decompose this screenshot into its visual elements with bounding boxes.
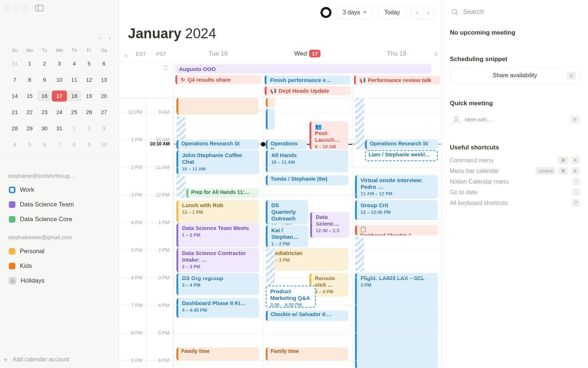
calendar-row[interactable]: Work [7,183,112,197]
allday-toggle-icon[interactable]: ± [434,50,438,58]
calendar-row[interactable]: ◎Holidays [7,273,112,288]
mini-day[interactable]: 3 [97,123,111,134]
shortcut-row[interactable]: Menu bar calendarcontrol⌘K [450,167,580,175]
mini-day[interactable]: 4 [67,58,82,69]
calendar-event[interactable]: Family time [266,347,348,361]
mini-calendar-next[interactable]: ˅ [108,37,111,44]
allday-event[interactable]: Finish performance e… [265,75,351,85]
mini-day[interactable]: 13 [97,74,111,85]
meet-with-input[interactable]: Meet with… F [450,112,580,128]
mini-day[interactable]: 9 [82,139,96,150]
calendar-event[interactable]: Flight: LA603 LAX→SCL3 PM [355,273,438,368]
share-availability-button[interactable]: Share availability S [450,67,580,84]
mini-day[interactable]: 3 [52,58,67,69]
mini-day[interactable]: 8 [67,139,82,150]
day-column-0[interactable]: Operations Research StJohn:Stephanie Cof… [173,98,263,368]
calendar-event[interactable]: Family time [176,347,259,361]
calendar-row[interactable]: Data Science Core [7,212,112,227]
mini-day[interactable]: 28 [7,123,22,134]
mini-day[interactable]: 1 [22,58,37,69]
allday-event[interactable]: 📢Performance review talk [354,75,440,85]
calendar-event[interactable]: Operations R… [266,140,306,149]
calendar-row[interactable]: Data Science Team [7,197,112,212]
calendar-event[interactable]: Lunch with Rob12 – 1 PM [176,200,259,222]
mini-day[interactable]: 18 [67,91,82,102]
allday-event[interactable]: Augusto OOO [175,64,431,74]
calendar-event[interactable]: Checkin w/ Salvador 4:… [266,311,348,321]
calendar-event[interactable]: Dashboard Phase II Ki…4 – 4:45 PM [176,298,259,318]
calendar-event[interactable]: DS Quarterly Outreach12 – 1 PM [266,200,308,224]
mini-day[interactable]: 17 [52,91,67,102]
mini-day[interactable]: 22 [22,107,37,118]
traffic-light-close[interactable] [5,6,10,11]
day-column-1[interactable]: 👥 Post-Launch…9 – 10 AMOperations R…All … [263,98,352,368]
calendar-event[interactable]: Kai / Stephan…1 – 2 PM [266,225,308,247]
range-picker[interactable]: 3 days [337,6,373,19]
mini-day[interactable]: 31 [52,123,67,134]
day-head-2[interactable]: Thu 18 ± [352,46,441,62]
calendar-event[interactable] [176,175,186,198]
mini-day[interactable]: 7 [52,139,67,150]
calendar-event[interactable]: Operations Research St [365,140,438,149]
mini-day[interactable]: 20 [97,91,111,102]
calendar-event[interactable]: 👥 Post-Launch…9 – 10 AM [309,121,348,149]
calendar-event[interactable]: Liam / Stephanie weekl… [365,150,438,161]
calendar-event[interactable]: Data Scienc…12:30 – 1:3 [310,212,349,238]
mini-day[interactable]: 27 [97,107,111,118]
account-email[interactable]: stephanie@toolsforthoug… [8,173,112,179]
allday-collapse[interactable] [119,62,173,98]
mini-day[interactable]: 19 [82,91,96,102]
shortcut-row[interactable]: All keyboard shortcuts? [450,199,580,207]
calendar-event[interactable]: Virtual onsite interview: Pedro …11 AM –… [355,175,438,199]
calendar-event[interactable]: Group Crit12 – 12:45 PM [355,200,438,220]
day-head-1[interactable]: Wed17 [263,46,352,62]
calendar-event[interactable]: 📋 Taskboard Checkin 1… [355,225,438,236]
calendar-event[interactable] [355,237,364,272]
mini-day[interactable]: 6 [37,139,52,150]
mini-day[interactable]: 25 [67,107,82,118]
shortcut-row[interactable]: Command menu⌘K [450,156,580,164]
calendar-event[interactable]: Tomás / Stephanie (6w) [266,175,348,185]
mini-day[interactable]: 1 [67,123,82,134]
mini-day[interactable]: 30 [37,123,52,134]
mini-day[interactable]: 12 [82,74,96,85]
mini-day[interactable]: 11 [67,74,82,85]
calendar-row[interactable]: Kids [7,259,112,273]
calendar-event[interactable]: Data Science Team Meets1 – 2 PM [176,223,259,247]
prev-range-button[interactable]: ‹ [412,6,422,19]
today-button[interactable]: Today [378,6,406,19]
mini-day[interactable]: 23 [37,107,52,118]
mini-day[interactable]: 14 [7,91,22,102]
day-column-2[interactable]: Operations Research StLiam / Stephanie w… [352,98,441,368]
calendar-event[interactable]: All Hands10 – 11 AM [266,150,348,172]
mini-day[interactable]: 10 [97,139,111,150]
mini-day[interactable]: 21 [7,107,22,118]
calendar-event[interactable]: Prep for All Hands 11:… [186,188,259,198]
calendar-event[interactable] [176,116,186,140]
calendar-event[interactable]: Operations Research St [176,140,259,149]
mini-day[interactable]: 5 [82,58,96,69]
account-email[interactable]: stephaleeeee@gmail.com [8,234,112,240]
calendar-event[interactable] [266,98,275,107]
mini-day[interactable]: 4 [7,139,22,150]
calendar-event[interactable]: John:Stephanie Coffee Chat10 – 11 AM [176,150,259,174]
allday-event[interactable]: ↻Q4 results share [175,75,261,84]
calendar-row[interactable]: Personal [7,244,112,259]
mini-day[interactable]: 6 [97,58,111,69]
mini-day[interactable]: 31 [7,58,22,69]
allday-lane-0[interactable]: Augusto OOO↻Q4 results share [173,62,263,98]
calendar-event[interactable] [355,98,364,149]
calendar-event[interactable]: Product Marketing Q&A3:30 – 4:30 PM [266,286,316,308]
add-timezone-button[interactable]: ＋ [123,51,129,60]
calendar-event[interactable]: Pediatrician2 – 3 PM [266,248,348,271]
mini-day[interactable]: 15 [22,91,37,102]
calendar-event[interactable] [176,98,258,115]
avatar[interactable] [320,7,331,18]
traffic-light-minimize[interactable] [14,6,19,11]
mini-calendar-prev[interactable]: ˄ [99,37,102,44]
mini-day[interactable]: 16 [37,91,52,102]
mini-day[interactable]: 29 [22,123,37,134]
mini-day[interactable]: 8 [22,74,37,85]
mini-day[interactable]: 5 [22,139,37,150]
mini-day[interactable]: 24 [52,107,67,118]
